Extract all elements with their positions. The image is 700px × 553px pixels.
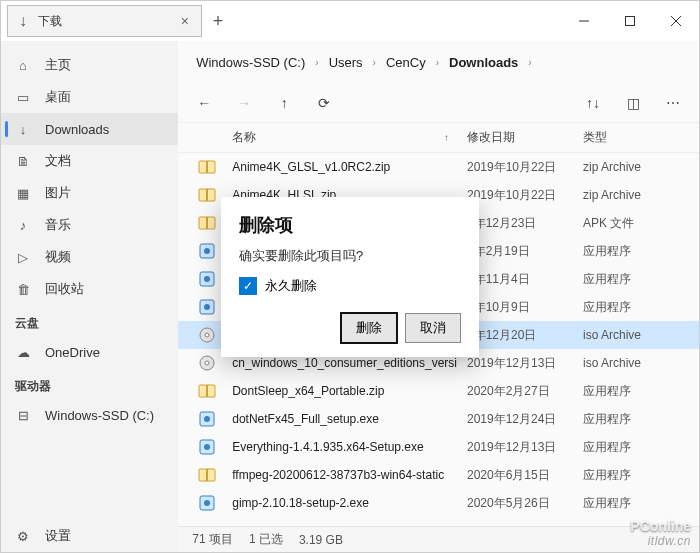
home-icon: ⌂	[15, 58, 31, 73]
file-date: 9年12月20日	[467, 327, 583, 344]
sidebar-item-settings[interactable]: ⚙设置	[1, 520, 178, 552]
breadcrumb[interactable]: Windows-SSD (C:)› Users› CenCy› Download…	[178, 41, 699, 83]
back-button[interactable]: ←	[188, 87, 220, 119]
permanent-delete-checkbox[interactable]: ✓ 永久删除	[239, 277, 461, 295]
sidebar-item-downloads[interactable]: ↓Downloads	[1, 113, 178, 145]
file-row[interactable]: dotNetFx45_Full_setup.exe2019年12月24日应用程序	[178, 405, 699, 433]
maximize-button[interactable]	[607, 1, 653, 41]
file-name: ffmpeg-20200612-38737b3-win64-static	[232, 468, 467, 482]
file-date: 0年2月19日	[467, 243, 583, 260]
sidebar-item-drive-c[interactable]: ⊟Windows-SSD (C:)	[1, 399, 178, 431]
sidebar-item-onedrive[interactable]: ☁OneDrive	[1, 336, 178, 368]
gear-icon: ⚙	[15, 529, 31, 544]
file-date: 2020年2月27日	[467, 383, 583, 400]
document-icon: 🗎	[15, 154, 31, 169]
file-date: 2020年5月26日	[467, 495, 583, 512]
status-count: 71 项目	[192, 531, 233, 548]
breadcrumb-seg-current[interactable]: Downloads	[447, 53, 520, 72]
view-button[interactable]: ◫	[617, 87, 649, 119]
column-name[interactable]: 名称↑	[232, 129, 467, 146]
file-date: 2019年10月22日	[467, 159, 583, 176]
sidebar: ⌂主页 ▭桌面 ↓Downloads 🗎文档 ▦图片 ♪音乐 ▷视频 🗑回收站 …	[1, 41, 178, 552]
file-row[interactable]: DontSleep_x64_Portable.zip2020年2月27日应用程序	[178, 377, 699, 405]
file-date: 2019年12月13日	[467, 439, 583, 456]
cloud-icon: ☁	[15, 345, 31, 360]
chevron-right-icon: ›	[524, 57, 535, 68]
svg-point-13	[204, 276, 210, 282]
breadcrumb-seg[interactable]: CenCy	[384, 53, 428, 72]
desktop-icon: ▭	[15, 90, 31, 105]
svg-rect-9	[206, 217, 208, 229]
file-type: zip Archive	[583, 160, 699, 174]
minimize-button[interactable]	[561, 1, 607, 41]
drive-icon: ⊟	[15, 408, 31, 423]
tab-downloads[interactable]: ↓ 下载 ×	[7, 5, 202, 37]
file-type: iso Archive	[583, 356, 699, 370]
close-button[interactable]	[653, 1, 699, 41]
breadcrumb-seg[interactable]: Users	[327, 53, 365, 72]
close-tab-icon[interactable]: ×	[177, 13, 193, 29]
chevron-right-icon: ›	[369, 57, 380, 68]
dialog-message: 确实要删除此项目吗?	[239, 247, 461, 265]
sidebar-item-pictures[interactable]: ▦图片	[1, 177, 178, 209]
svg-rect-5	[206, 161, 208, 173]
dialog-title: 删除项	[239, 213, 461, 237]
status-selected: 1 已选	[249, 531, 283, 548]
file-name: cn_windows_10_consumer_editions_versi	[232, 356, 467, 370]
svg-point-17	[205, 333, 209, 337]
file-name: DontSleep_x64_Portable.zip	[232, 384, 467, 398]
sidebar-item-documents[interactable]: 🗎文档	[1, 145, 178, 177]
file-row[interactable]: ffmpeg-20200612-38737b3-win64-static2020…	[178, 461, 699, 489]
svg-point-25	[204, 444, 210, 450]
sidebar-item-desktop[interactable]: ▭桌面	[1, 81, 178, 113]
svg-rect-7	[206, 189, 208, 201]
tab-label: 下载	[38, 13, 169, 30]
chevron-right-icon: ›	[432, 57, 443, 68]
sidebar-item-recycle[interactable]: 🗑回收站	[1, 273, 178, 305]
sidebar-item-music[interactable]: ♪音乐	[1, 209, 178, 241]
refresh-button[interactable]: ⟳	[308, 87, 340, 119]
svg-point-11	[204, 248, 210, 254]
file-icon	[198, 494, 232, 512]
file-row[interactable]: Anime4K_GLSL_v1.0RC2.zip2019年10月22日zip A…	[178, 153, 699, 181]
file-type: iso Archive	[583, 328, 699, 342]
svg-point-23	[204, 416, 210, 422]
file-name: Everything-1.4.1.935.x64-Setup.exe	[232, 440, 467, 454]
column-type[interactable]: 类型	[583, 129, 699, 146]
file-name: gimp-2.10.18-setup-2.exe	[232, 496, 467, 510]
file-date: 2019年12月13日	[467, 355, 583, 372]
sidebar-header-drives: 驱动器	[1, 368, 178, 399]
svg-point-19	[205, 361, 209, 365]
sidebar-item-videos[interactable]: ▷视频	[1, 241, 178, 273]
file-name: dotNetFx45_Full_setup.exe	[232, 412, 467, 426]
status-bar: 71 项目 1 已选 3.19 GB	[178, 526, 699, 552]
breadcrumb-seg[interactable]: Windows-SSD (C:)	[194, 53, 307, 72]
file-row[interactable]: Everything-1.4.1.935.x64-Setup.exe2019年1…	[178, 433, 699, 461]
delete-button[interactable]: 删除	[341, 313, 397, 343]
file-type: 应用程序	[583, 439, 699, 456]
more-button[interactable]: ⋯	[657, 87, 689, 119]
cancel-button[interactable]: 取消	[405, 313, 461, 343]
file-type: 应用程序	[583, 411, 699, 428]
image-icon: ▦	[15, 186, 31, 201]
file-icon	[198, 410, 232, 428]
file-icon	[198, 382, 232, 400]
file-icon	[198, 466, 232, 484]
title-bar: ↓ 下载 × +	[1, 1, 699, 41]
file-date: 2019年12月24日	[467, 411, 583, 428]
up-button[interactable]: ↑	[268, 87, 300, 119]
video-icon: ▷	[15, 250, 31, 265]
toolbar: ← → ↑ ⟳ ↑↓ ◫ ⋯	[178, 83, 699, 123]
file-icon	[198, 354, 232, 372]
sort-button[interactable]: ↑↓	[577, 87, 609, 119]
new-tab-button[interactable]: +	[202, 11, 234, 32]
forward-button[interactable]: →	[228, 87, 260, 119]
file-date: 2020年6月15日	[467, 467, 583, 484]
file-icon	[198, 438, 232, 456]
svg-rect-21	[206, 385, 208, 397]
status-size: 3.19 GB	[299, 533, 343, 547]
column-date[interactable]: 修改日期	[467, 129, 583, 146]
svg-point-29	[204, 500, 210, 506]
file-row[interactable]: gimp-2.10.18-setup-2.exe2020年5月26日应用程序	[178, 489, 699, 517]
sidebar-item-home[interactable]: ⌂主页	[1, 49, 178, 81]
